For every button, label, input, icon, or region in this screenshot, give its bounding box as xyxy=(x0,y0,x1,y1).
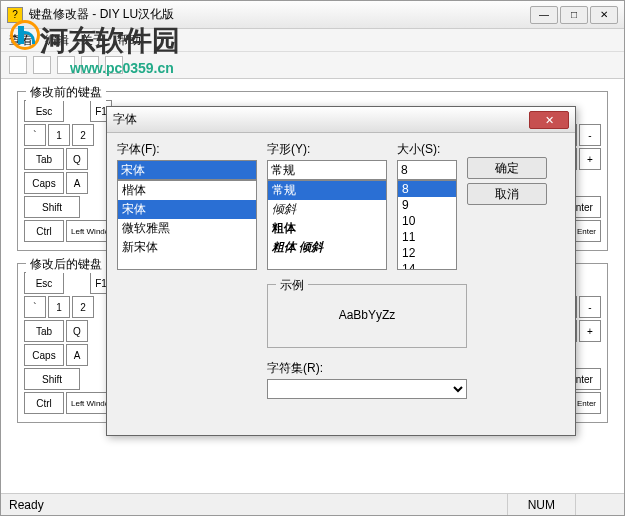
style-input[interactable] xyxy=(267,160,387,180)
key-shift[interactable]: Shift xyxy=(24,196,80,218)
status-ready: Ready xyxy=(9,498,44,512)
style-option[interactable]: 倾斜 xyxy=(268,200,386,219)
font-dialog: 字体 ✕ 字体(F): 楷体 宋体 微软雅黑 新宋体 字形(Y): 常规 倾斜 xyxy=(106,106,576,436)
group-legend: 修改后的键盘 xyxy=(26,256,106,273)
key-2[interactable]: 2 xyxy=(72,296,94,318)
key-esc[interactable]: Esc xyxy=(24,272,64,294)
style-label: 字形(Y): xyxy=(267,141,387,158)
status-empty xyxy=(575,494,616,515)
menubar: 查看 编辑 关于 帮助 xyxy=(1,29,624,51)
font-listbox[interactable]: 楷体 宋体 微软雅黑 新宋体 xyxy=(117,180,257,270)
key-tab[interactable]: Tab xyxy=(24,148,64,170)
menu-edit[interactable]: 编辑 xyxy=(45,32,69,49)
toolbar xyxy=(1,51,624,79)
style-option[interactable]: 粗体 倾斜 xyxy=(268,238,386,257)
font-option[interactable]: 宋体 xyxy=(118,200,256,219)
size-input[interactable] xyxy=(397,160,457,180)
sample-text: AaBbYyZz xyxy=(268,285,466,345)
size-label: 大小(S): xyxy=(397,141,457,158)
key-caps[interactable]: Caps xyxy=(24,344,64,366)
style-listbox[interactable]: 常规 倾斜 粗体 粗体 倾斜 xyxy=(267,180,387,270)
toolbar-icon-2[interactable] xyxy=(33,56,51,74)
app-icon: ? xyxy=(7,7,23,23)
font-option[interactable]: 微软雅黑 xyxy=(118,219,256,238)
titlebar: ? 键盘修改器 - DIY LU汉化版 — □ ✕ xyxy=(1,1,624,29)
group-legend: 修改前的键盘 xyxy=(26,84,106,101)
key-shift[interactable]: Shift xyxy=(24,368,80,390)
maximize-button[interactable]: □ xyxy=(560,6,588,24)
key-esc[interactable]: Esc xyxy=(24,100,64,122)
key-minus2[interactable]: - xyxy=(579,124,601,146)
toolbar-icon-1[interactable] xyxy=(9,56,27,74)
toolbar-icon-4[interactable] xyxy=(81,56,99,74)
size-option[interactable]: 12 xyxy=(398,245,456,261)
charset-select[interactable] xyxy=(267,379,467,399)
menu-view[interactable]: 查看 xyxy=(9,32,33,49)
key-plus[interactable]: + xyxy=(579,320,601,342)
key-ctrl[interactable]: Ctrl xyxy=(24,392,64,414)
font-option[interactable]: 楷体 xyxy=(118,181,256,200)
ok-button[interactable]: 确定 xyxy=(467,157,547,179)
size-option[interactable]: 9 xyxy=(398,197,456,213)
dialog-title: 字体 xyxy=(113,111,529,128)
key-1[interactable]: 1 xyxy=(48,296,70,318)
font-label: 字体(F): xyxy=(117,141,257,158)
key-tab[interactable]: Tab xyxy=(24,320,64,342)
font-option[interactable]: 新宋体 xyxy=(118,238,256,257)
size-listbox[interactable]: 8 9 10 11 12 14 16 xyxy=(397,180,457,270)
charset-label: 字符集(R): xyxy=(267,360,467,377)
key-plus[interactable]: + xyxy=(579,148,601,170)
window-title: 键盘修改器 - DIY LU汉化版 xyxy=(29,6,530,23)
size-option[interactable]: 11 xyxy=(398,229,456,245)
key-q[interactable]: Q xyxy=(66,148,88,170)
toolbar-icon-5[interactable] xyxy=(105,56,123,74)
status-num: NUM xyxy=(507,494,575,515)
sample-label: 示例 xyxy=(276,277,308,294)
size-option[interactable]: 10 xyxy=(398,213,456,229)
style-option[interactable]: 常规 xyxy=(268,181,386,200)
size-option[interactable]: 14 xyxy=(398,261,456,270)
sample-groupbox: 示例 AaBbYyZz xyxy=(267,284,467,348)
size-option[interactable]: 8 xyxy=(398,181,456,197)
toolbar-icon-3[interactable] xyxy=(57,56,75,74)
cancel-button[interactable]: 取消 xyxy=(467,183,547,205)
statusbar: Ready NUM xyxy=(1,493,624,515)
key-q[interactable]: Q xyxy=(66,320,88,342)
key-minus2[interactable]: - xyxy=(579,296,601,318)
menu-help[interactable]: 帮助 xyxy=(117,32,141,49)
close-button[interactable]: ✕ xyxy=(590,6,618,24)
key-tilde[interactable]: ` xyxy=(24,296,46,318)
style-option[interactable]: 粗体 xyxy=(268,219,386,238)
key-tilde[interactable]: ` xyxy=(24,124,46,146)
key-1[interactable]: 1 xyxy=(48,124,70,146)
minimize-button[interactable]: — xyxy=(530,6,558,24)
dialog-close-button[interactable]: ✕ xyxy=(529,111,569,129)
dialog-titlebar: 字体 ✕ xyxy=(107,107,575,133)
key-2[interactable]: 2 xyxy=(72,124,94,146)
key-a[interactable]: A xyxy=(66,172,88,194)
key-caps[interactable]: Caps xyxy=(24,172,64,194)
key-ctrl[interactable]: Ctrl xyxy=(24,220,64,242)
menu-about[interactable]: 关于 xyxy=(81,32,105,49)
key-a[interactable]: A xyxy=(66,344,88,366)
font-input[interactable] xyxy=(117,160,257,180)
